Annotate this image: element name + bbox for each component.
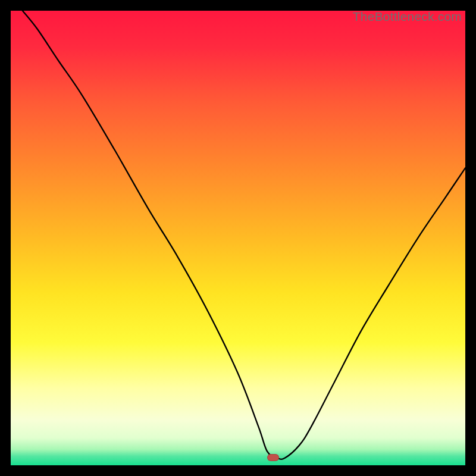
optimum-marker	[267, 454, 279, 461]
plot-frame: TheBottleneck.com	[11, 11, 465, 465]
gradient-background	[11, 11, 465, 465]
watermark-text: TheBottleneck.com	[353, 11, 462, 24]
